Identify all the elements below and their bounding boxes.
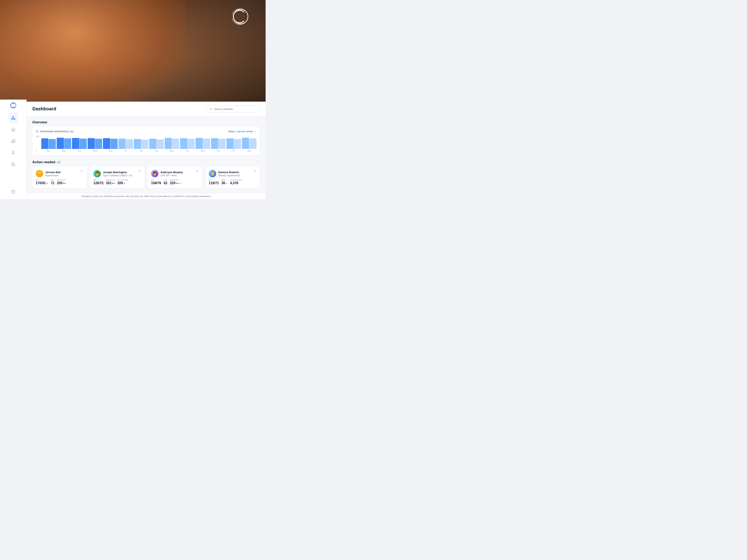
sidebar-item-help[interactable] <box>8 187 18 196</box>
main-scroll-area: Overview PROGRAM ADHERENCE (%) Show: Las… <box>27 116 265 199</box>
bar-left-10 <box>196 138 203 149</box>
bar-right-0 <box>49 139 56 149</box>
metric-value-3-1: 38▲ <box>222 181 228 185</box>
bar-left-3 <box>87 138 95 149</box>
metric-0-0: BP170/91▲ <box>36 179 48 185</box>
metric-1-1: WEIGHT201 lbs <box>106 179 115 185</box>
page-title: Dashboard <box>32 106 56 112</box>
bar-group-12: Fri <box>226 136 241 152</box>
bar-label-12: Fri <box>233 150 235 152</box>
metric-2-1: HR62 <box>164 179 168 185</box>
overview-section: Overview PROGRAM ADHERENCE (%) Show: Las… <box>32 121 260 155</box>
patient-card-1[interactable]: 👨Joseph BarringtonType II Diabetes (HbA1… <box>90 166 145 188</box>
bar-label-13: Sat <box>248 150 251 152</box>
bar-left-5 <box>119 138 126 149</box>
bar-left-13 <box>242 138 249 149</box>
sidebar-item-analytics[interactable] <box>8 136 18 146</box>
bar-group-3: Wed <box>87 136 102 152</box>
metric-label-3-2: STEPS/DAY <box>230 179 242 181</box>
patient-condition-3: Obesity Hypertension <box>218 174 240 177</box>
patient-name-0: Jerome Bell <box>45 171 60 174</box>
chart-title: PROGRAM ADHERENCE (%) <box>36 130 74 133</box>
bar-left-11 <box>211 138 218 149</box>
metric-0-2: WEIGHT205 lbs <box>57 179 66 185</box>
sidebar-item-home[interactable] <box>8 125 18 134</box>
dashboard-header: Dashboard <box>27 102 265 116</box>
search-box[interactable] <box>206 105 260 112</box>
patient-name-1: Joseph Barrington <box>103 171 132 174</box>
filter-icon-0[interactable] <box>80 170 83 174</box>
bar-label-0: Sun <box>47 150 50 152</box>
bar-label-3: Wed <box>93 150 97 152</box>
bar-group-4: Thu <box>103 136 118 152</box>
patient-cards-grid: 👴Jerome BellHypertensionBP170/91▲HR71WEI… <box>32 166 260 188</box>
patient-avatar-2: 👩 <box>151 170 158 177</box>
bar-left-0 <box>41 138 49 149</box>
show-selector[interactable]: Show: Last two weeks <box>229 130 256 133</box>
full-layout: Dashboard Overview <box>0 0 265 199</box>
bar-right-4 <box>110 139 118 149</box>
metric-label-0-2: WEIGHT <box>57 179 66 181</box>
metric-1-0: BP128/72 <box>93 179 104 185</box>
bar-left-12 <box>226 138 234 149</box>
action-count: (4) <box>57 161 60 164</box>
patient-name-3: Darlene Roberts <box>218 171 240 174</box>
sync-icon <box>36 130 38 133</box>
overview-title: Overview <box>32 121 260 124</box>
bar-right-1 <box>64 138 71 149</box>
bar-group-2: Tue <box>72 136 86 152</box>
patient-card-2[interactable]: 👩Kathryne MurphyCHF (EF <40%)BP108/76HR6… <box>148 166 202 188</box>
patient-avatar-3: 👵 <box>209 170 216 177</box>
metric-0-1: HR71 <box>51 179 55 185</box>
filter-icon-2[interactable] <box>196 170 199 174</box>
metric-label-2-2: WEIGHT <box>170 179 181 181</box>
bar-chart-area: 100 0 SunMonTueWedThuFriSatSunMonTueWedT… <box>36 135 256 152</box>
sidebar-item-lab[interactable] <box>8 148 18 158</box>
metric-label-2-1: HR <box>164 179 168 181</box>
filter-icon-3[interactable] <box>253 170 256 174</box>
hero-area <box>0 0 265 108</box>
bar-right-13 <box>249 138 256 149</box>
search-input[interactable] <box>214 107 256 110</box>
patient-avatar-0: 👴 <box>36 170 43 177</box>
metric-2-2: WEIGHT220 lbs▲ <box>170 179 181 185</box>
bar-label-4: Thu <box>108 150 112 152</box>
sidebar-item-patients[interactable] <box>8 113 18 123</box>
bar-label-6: Sat <box>140 150 143 152</box>
bar-label-1: Mon <box>62 150 66 152</box>
search-icon <box>209 107 212 110</box>
metric-3-2: STEPS/DAY4,376 <box>230 179 242 185</box>
action-needed-section: Action needed (4) 👴Jerome BellHypertensi… <box>32 160 260 188</box>
patient-card-3[interactable]: 👵Darlene RobertsObesity HypertensionBP11… <box>205 166 260 188</box>
sidebar-item-documents[interactable] <box>8 159 18 169</box>
metric-2-0: BP108/76 <box>151 179 161 185</box>
metric-value-2-1: 62 <box>164 181 168 185</box>
filter-icon-1[interactable] <box>138 170 141 174</box>
bar-group-5: Fri <box>119 136 133 152</box>
bar-left-7 <box>149 139 156 149</box>
bar-label-8: Mon <box>170 150 174 152</box>
metric-value-1-1: 201 lbs <box>106 181 115 185</box>
patient-card-header-3: 👵Darlene RobertsObesity Hypertension <box>209 170 256 177</box>
metric-3-1: BMI38▲ <box>222 179 228 185</box>
patient-card-header-2: 👩Kathryne MurphyCHF (EF <40%) <box>151 170 199 177</box>
metric-value-2-0: 108/76 <box>151 181 161 185</box>
patient-condition-2: CHF (EF <40%) <box>161 174 183 177</box>
sidebar-logo[interactable] <box>9 101 18 109</box>
patient-metrics-1: BP128/72WEIGHT201 lbsGLUCOSE209▲ <box>93 179 141 185</box>
chevron-down-icon <box>254 130 256 133</box>
sidebar <box>0 100 27 199</box>
metric-label-3-1: BMI <box>222 179 228 181</box>
bar-group-11: Thu <box>211 136 226 152</box>
metric-value-1-2: 209▲ <box>118 181 128 185</box>
patient-card-0[interactable]: 👴Jerome BellHypertensionBP170/91▲HR71WEI… <box>32 166 87 188</box>
bar-right-6 <box>141 140 149 149</box>
patient-card-header-1: 👨Joseph BarringtonType II Diabetes (HbA1… <box>93 170 141 177</box>
metric-value-0-0: 170/91▲ <box>36 181 48 185</box>
patient-name-2: Kathryne Murphy <box>161 171 183 174</box>
bar-left-1 <box>57 138 64 149</box>
bar-right-10 <box>203 138 210 149</box>
metric-label-1-2: GLUCOSE <box>118 179 128 181</box>
bar-left-2 <box>72 138 79 149</box>
metric-3-0: BP119/71 <box>209 179 219 185</box>
